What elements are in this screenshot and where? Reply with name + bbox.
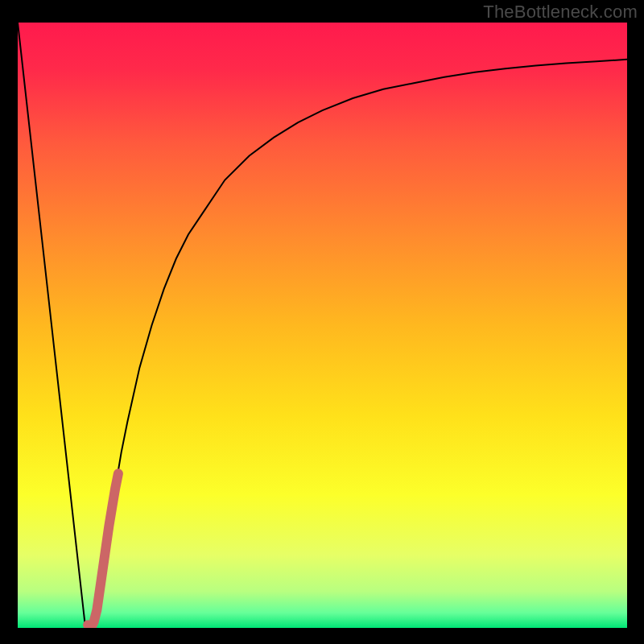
watermark-text: TheBottleneck.com <box>483 2 638 23</box>
chart-frame: TheBottleneck.com <box>0 0 644 644</box>
curve-layer <box>18 23 627 628</box>
plot-area <box>18 23 627 628</box>
highlight-segment <box>88 473 118 628</box>
